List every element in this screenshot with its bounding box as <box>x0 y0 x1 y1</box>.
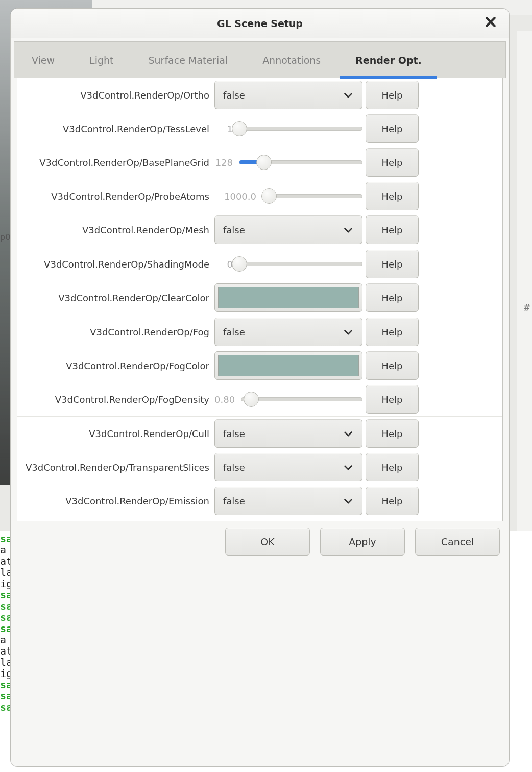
property-slider[interactable]: 128 <box>214 157 362 168</box>
slider-track[interactable] <box>262 194 362 198</box>
help-button[interactable]: Help <box>366 81 419 109</box>
slider-thumb[interactable] <box>232 256 247 272</box>
slider-value: 0.80 <box>214 394 237 405</box>
dialog-title: GL Scene Setup <box>217 18 303 29</box>
dropdown-value: false <box>223 496 245 506</box>
slider-track[interactable] <box>239 262 362 266</box>
gl-scene-setup-dialog: GL Scene Setup ViewLightSurface Material… <box>10 8 510 767</box>
chevron-down-icon <box>344 465 353 471</box>
background-text-p0: p0 <box>0 232 10 242</box>
help-button[interactable]: Help <box>366 351 419 380</box>
tabs-container: ViewLightSurface MaterialAnnotationsRend… <box>11 38 509 521</box>
chevron-down-icon <box>344 498 353 504</box>
titlebar: GL Scene Setup <box>11 9 509 38</box>
tab-view[interactable]: View <box>14 42 72 78</box>
property-slider[interactable]: 1000.0 <box>214 191 362 202</box>
help-button[interactable]: Help <box>366 250 419 278</box>
property-dropdown[interactable]: false <box>214 453 362 481</box>
property-color-picker[interactable] <box>214 351 362 380</box>
property-dropdown[interactable]: false <box>214 487 362 515</box>
property-slider[interactable]: 1 <box>214 124 362 134</box>
tab-render-opt[interactable]: Render Opt. <box>338 42 439 78</box>
slider-thumb[interactable] <box>256 155 272 170</box>
property-row: V3dControl.RenderOp/ProbeAtoms1000.0Help <box>17 179 502 213</box>
chevron-down-icon <box>344 92 353 99</box>
property-row: V3dControl.RenderOp/ShadingMode0Help <box>17 247 502 281</box>
help-button[interactable]: Help <box>366 114 419 143</box>
slider-value: 1000.0 <box>214 191 258 202</box>
property-row: V3dControl.RenderOp/EmissionfalseHelp <box>17 484 502 518</box>
property-row: V3dControl.RenderOp/CullfalseHelp <box>17 417 502 450</box>
help-button[interactable]: Help <box>366 215 419 244</box>
render-opt-panel: V3dControl.RenderOp/OrthofalseHelpV3dCon… <box>17 78 503 521</box>
tab-strip: ViewLightSurface MaterialAnnotationsRend… <box>14 41 506 78</box>
close-button[interactable] <box>481 13 500 31</box>
property-dropdown[interactable]: false <box>214 318 362 346</box>
property-label: V3dControl.RenderOp/ShadingMode <box>20 259 214 270</box>
slider-track[interactable] <box>239 127 362 131</box>
tab-annotations[interactable]: Annotations <box>245 42 338 78</box>
close-icon <box>485 16 496 28</box>
dropdown-value: false <box>223 428 245 439</box>
property-label: V3dControl.RenderOp/BasePlaneGrid <box>20 157 214 168</box>
slider-track[interactable] <box>239 160 362 164</box>
dropdown-value: false <box>223 462 245 473</box>
property-row: V3dControl.RenderOp/TessLevel1Help <box>17 112 502 146</box>
property-row: V3dControl.RenderOp/FogDensity0.80Help <box>17 382 502 416</box>
ok-button[interactable]: OK <box>225 528 310 556</box>
property-slider[interactable]: 0.80 <box>214 394 362 405</box>
property-label: V3dControl.RenderOp/FogColor <box>20 360 214 371</box>
chevron-down-icon <box>344 227 353 233</box>
property-row: V3dControl.RenderOp/FogColorHelp <box>17 349 502 382</box>
property-row: V3dControl.RenderOp/BasePlaneGrid128Help <box>17 146 502 179</box>
apply-button[interactable]: Apply <box>320 528 405 556</box>
help-button[interactable]: Help <box>366 453 419 481</box>
property-label: V3dControl.RenderOp/Cull <box>20 428 214 439</box>
cancel-button[interactable]: Cancel <box>415 528 500 556</box>
help-button[interactable]: Help <box>366 148 419 177</box>
property-label: V3dControl.RenderOp/TransparentSlices <box>20 462 214 473</box>
property-label: V3dControl.RenderOp/FogDensity <box>20 394 214 405</box>
property-label: V3dControl.RenderOp/Emission <box>20 496 214 506</box>
property-row: V3dControl.RenderOp/MeshfalseHelp <box>17 213 502 247</box>
dialog-footer: OK Apply Cancel <box>11 521 509 562</box>
property-row: V3dControl.RenderOp/TransparentSlicesfal… <box>17 450 502 484</box>
tab-surface-material[interactable]: Surface Material <box>131 42 246 78</box>
help-button[interactable]: Help <box>366 283 419 312</box>
property-label: V3dControl.RenderOp/ProbeAtoms <box>20 191 214 202</box>
property-label: V3dControl.RenderOp/Ortho <box>20 90 214 101</box>
slider-track[interactable] <box>241 397 362 401</box>
background-hash-glyph: # <box>524 301 530 313</box>
tab-light[interactable]: Light <box>72 42 131 78</box>
background-side-panel <box>517 31 532 532</box>
slider-thumb[interactable] <box>232 121 247 136</box>
property-label: V3dControl.RenderOp/Mesh <box>20 225 214 235</box>
dropdown-value: false <box>223 225 245 235</box>
property-dropdown[interactable]: false <box>214 419 362 448</box>
property-label: V3dControl.RenderOp/ClearColor <box>20 293 214 303</box>
help-button[interactable]: Help <box>366 385 419 414</box>
property-row: V3dControl.RenderOp/FogfalseHelp <box>17 315 502 349</box>
help-button[interactable]: Help <box>366 419 419 448</box>
color-swatch <box>218 355 359 376</box>
property-color-picker[interactable] <box>214 283 362 312</box>
property-label: V3dControl.RenderOp/TessLevel <box>20 124 214 134</box>
dropdown-value: false <box>223 327 245 337</box>
property-dropdown[interactable]: false <box>214 81 362 109</box>
slider-thumb[interactable] <box>244 392 259 407</box>
property-slider[interactable]: 0 <box>214 259 362 270</box>
color-swatch <box>218 287 359 308</box>
help-button[interactable]: Help <box>366 487 419 515</box>
slider-thumb[interactable] <box>261 188 277 204</box>
chevron-down-icon <box>344 329 353 335</box>
chevron-down-icon <box>344 431 353 437</box>
help-button[interactable]: Help <box>366 318 419 346</box>
help-button[interactable]: Help <box>366 182 419 210</box>
slider-value: 128 <box>214 157 235 168</box>
property-row: V3dControl.RenderOp/ClearColorHelp <box>17 281 502 315</box>
property-dropdown[interactable]: false <box>214 215 362 244</box>
property-row: V3dControl.RenderOp/OrthofalseHelp <box>17 78 502 112</box>
dropdown-value: false <box>223 90 245 101</box>
property-label: V3dControl.RenderOp/Fog <box>20 327 214 337</box>
